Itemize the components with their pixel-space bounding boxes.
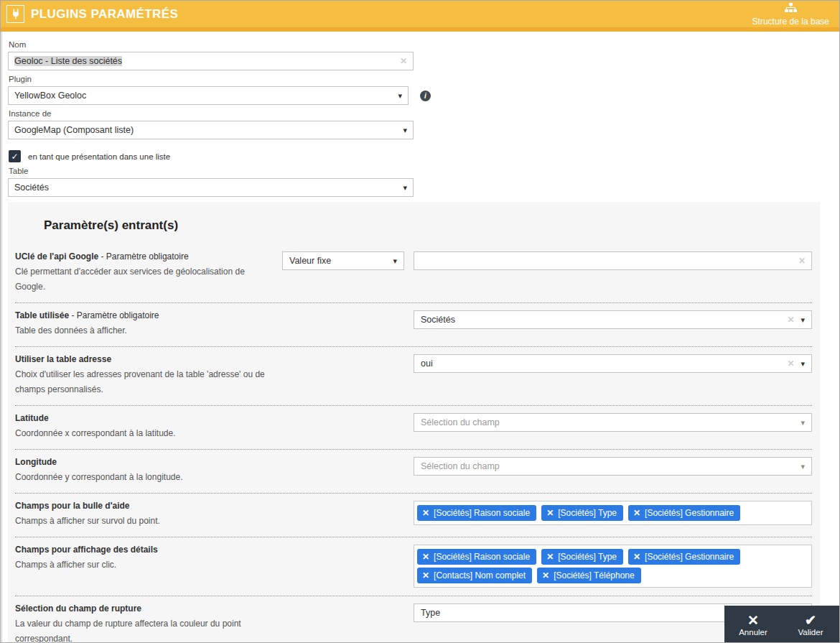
table-select-value: Sociétés bbox=[14, 182, 396, 193]
tag-remove-icon[interactable]: ✕ bbox=[546, 552, 554, 562]
action-bar: ✕ Annuler ✔ Valider bbox=[724, 606, 839, 642]
field-tag[interactable]: ✕[Sociétés] Gestionnaire bbox=[628, 505, 740, 521]
latitude-placeholder: Sélection du champ bbox=[421, 417, 794, 427]
param-desc: Coordonnée x correspondant à la latitude… bbox=[15, 426, 276, 441]
chevron-down-icon[interactable]: ▾ bbox=[403, 183, 407, 193]
table-utilisee-value: Sociétés bbox=[421, 315, 787, 325]
tag-label: [Sociétés] Raison sociale bbox=[434, 552, 530, 562]
info-icon[interactable]: i bbox=[420, 91, 431, 101]
tag-label: [Sociétés] Raison sociale bbox=[434, 508, 530, 518]
tag-remove-icon[interactable]: ✕ bbox=[422, 570, 429, 580]
field-tag[interactable]: ✕[Sociétés] Type bbox=[541, 505, 623, 521]
param-row-latitude: Latitude Coordonnée x correspondant à la… bbox=[15, 406, 812, 450]
validate-icon: ✔ bbox=[805, 614, 816, 628]
param-name: Latitude bbox=[15, 413, 276, 423]
param-row-longitude: Longitude Coordonnée y correspondant à l… bbox=[15, 450, 812, 494]
incoming-parameters-section: Paramètre(s) entrant(s) UClé de l'api Go… bbox=[8, 202, 820, 643]
plug-icon bbox=[6, 5, 24, 23]
plugin-select-value: YellowBox Geoloc bbox=[14, 91, 391, 101]
presentation-checkbox-label: en tant que présentation dans une liste bbox=[28, 152, 170, 161]
longitude-field-select[interactable]: Sélection du champ ▾ bbox=[414, 457, 812, 476]
tag-label: [Contacts] Nom complet bbox=[434, 570, 526, 580]
tag-label: [Sociétés] Type bbox=[558, 508, 617, 518]
tag-label: [Sociétés] Gestionnaire bbox=[645, 508, 734, 518]
tag-remove-icon[interactable]: ✕ bbox=[546, 508, 554, 518]
value-type-select[interactable]: Valeur fixe ▾ bbox=[282, 251, 404, 270]
param-row-api-key: UClé de l'api Google - Paramètre obligat… bbox=[15, 244, 812, 303]
tag-label: [Sociétés] Gestionnaire bbox=[645, 552, 734, 562]
instance-select[interactable]: GoogleMap (Composant liste) ▾ bbox=[8, 121, 414, 139]
table-adresse-select[interactable]: oui ✕ ▾ bbox=[414, 354, 812, 373]
api-key-input[interactable]: ✕ bbox=[414, 251, 812, 270]
bulle-aide-tagbox[interactable]: ✕[Sociétés] Raison sociale✕[Sociétés] Ty… bbox=[414, 501, 812, 525]
details-tagbox[interactable]: ✕[Sociétés] Raison sociale✕[Sociétés] Ty… bbox=[414, 545, 812, 588]
param-row-bulle-aide: Champs pour la bulle d'aide Champs à aff… bbox=[15, 494, 812, 537]
structure-base-button[interactable]: Structure de la base bbox=[752, 1, 829, 27]
field-tag[interactable]: ✕[Sociétés] Raison sociale bbox=[417, 505, 536, 521]
tag-label: [Sociétés] Téléphone bbox=[554, 570, 635, 580]
tag-remove-icon[interactable]: ✕ bbox=[633, 508, 640, 518]
param-name: Utiliser la table adresse bbox=[15, 354, 276, 364]
param-name: Champs pour affichage des détails bbox=[15, 545, 276, 555]
tag-remove-icon[interactable]: ✕ bbox=[422, 508, 429, 518]
nom-input-value: Geoloc - Liste des sociétés bbox=[14, 56, 122, 66]
title-bar: PLUGINS PARAMÉTRÉS Structure de la base bbox=[1, 1, 839, 27]
nom-label: Nom bbox=[9, 40, 839, 49]
validate-label: Valider bbox=[798, 628, 823, 637]
param-desc: Champs à afficher sur clic. bbox=[15, 558, 276, 573]
table-utilisee-select[interactable]: Sociétés ✕ ▾ bbox=[414, 310, 812, 329]
cancel-label: Annuler bbox=[739, 628, 767, 637]
param-name: Longitude bbox=[15, 457, 276, 467]
instance-label: Instance de bbox=[9, 109, 839, 118]
clear-icon[interactable]: ✕ bbox=[787, 358, 794, 369]
chevron-down-icon[interactable]: ▾ bbox=[393, 256, 397, 266]
tag-remove-icon[interactable]: ✕ bbox=[542, 570, 549, 580]
chevron-down-icon[interactable]: ▾ bbox=[801, 359, 805, 369]
section-title: Paramètre(s) entrant(s) bbox=[44, 218, 812, 233]
chevron-down-icon[interactable]: ▾ bbox=[801, 418, 805, 427]
latitude-field-select[interactable]: Sélection du champ ▾ bbox=[414, 413, 812, 432]
field-tag[interactable]: ✕[Sociétés] Gestionnaire bbox=[628, 549, 740, 565]
cancel-button[interactable]: ✕ Annuler bbox=[724, 606, 782, 642]
param-desc: Choix d'utiliser les adresses provenant … bbox=[15, 367, 276, 397]
page-title: PLUGINS PARAMÉTRÉS bbox=[31, 7, 178, 22]
instance-select-value: GoogleMap (Composant liste) bbox=[14, 125, 396, 135]
param-row-details: Champs pour affichage des détails Champs… bbox=[15, 537, 812, 596]
chevron-down-icon[interactable]: ▾ bbox=[801, 315, 805, 325]
structure-base-label: Structure de la base bbox=[752, 17, 829, 27]
field-tag[interactable]: ✕[Sociétés] Raison sociale bbox=[417, 549, 536, 565]
plugin-select[interactable]: YellowBox Geoloc ▾ bbox=[8, 86, 409, 105]
chevron-down-icon[interactable]: ▾ bbox=[398, 91, 402, 101]
field-tag[interactable]: ✕[Sociétés] Téléphone bbox=[537, 568, 641, 583]
tag-remove-icon[interactable]: ✕ bbox=[422, 552, 429, 562]
param-desc: Clé permettant d'accéder aux services de… bbox=[15, 264, 276, 295]
clear-icon[interactable]: ✕ bbox=[798, 256, 806, 266]
chevron-down-icon[interactable]: ▾ bbox=[801, 462, 805, 471]
value-type-select-value: Valeur fixe bbox=[289, 256, 386, 266]
presentation-checkbox[interactable]: ✓ bbox=[9, 150, 21, 162]
field-tag[interactable]: ✕[Contacts] Nom complet bbox=[417, 568, 532, 583]
table-adresse-value: oui bbox=[421, 358, 787, 369]
param-desc: La valeur du champ de rupture affectera … bbox=[15, 616, 276, 643]
param-name: Sélection du champ de rupture bbox=[15, 603, 276, 614]
param-desc: Coordonnée y correspondant à la longitud… bbox=[15, 470, 276, 485]
param-name: UClé de l'api Google - Paramètre obligat… bbox=[15, 251, 276, 262]
param-desc: Table des données à afficher. bbox=[15, 323, 276, 338]
table-select[interactable]: Sociétés ▾ bbox=[8, 178, 414, 197]
validate-button[interactable]: ✔ Valider bbox=[782, 606, 839, 642]
longitude-placeholder: Sélection du champ bbox=[421, 461, 794, 471]
field-tag[interactable]: ✕[Sociétés] Type bbox=[541, 549, 623, 565]
nom-input[interactable]: Geoloc - Liste des sociétés ✕ bbox=[8, 52, 414, 70]
param-name: Champs pour la bulle d'aide bbox=[15, 501, 276, 511]
sitemap-icon bbox=[785, 3, 797, 16]
param-row-table-adresse: Utiliser la table adresse Choix d'utilis… bbox=[15, 347, 812, 406]
plugins-parametres-window: PLUGINS PARAMÉTRÉS Structure de la base … bbox=[0, 0, 840, 643]
clear-icon[interactable]: ✕ bbox=[400, 56, 407, 66]
param-row-rupture: Sélection du champ de rupture La valeur … bbox=[15, 596, 812, 643]
clear-icon[interactable]: ✕ bbox=[787, 315, 794, 325]
tag-remove-icon[interactable]: ✕ bbox=[633, 552, 640, 562]
chevron-down-icon[interactable]: ▾ bbox=[403, 126, 407, 135]
plugin-label: Plugin bbox=[9, 75, 839, 83]
cancel-icon: ✕ bbox=[747, 614, 759, 628]
param-row-table-utilisee: Table utilisée - Paramètre obligatoire T… bbox=[15, 303, 812, 347]
